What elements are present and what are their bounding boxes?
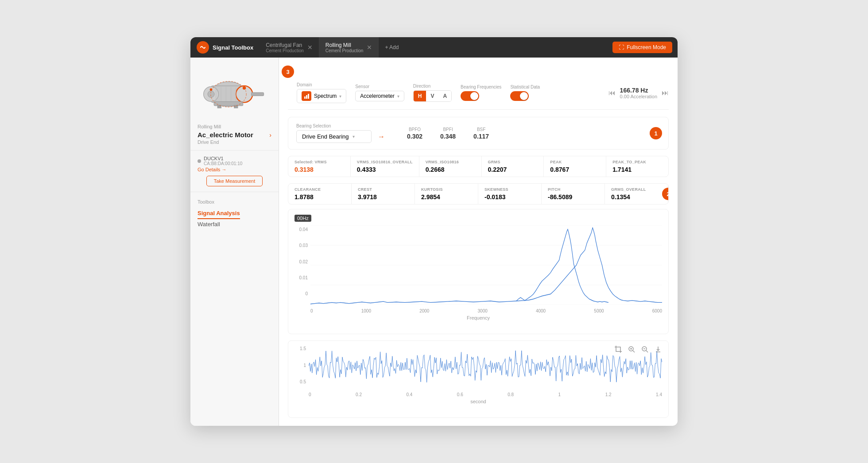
sensor-status-dot [198,159,201,163]
main-layout: Rolling Mill Ac_electric Motor › Drive E… [190,58,678,426]
toolbox-item-signal-analysis[interactable]: Signal Analysis [198,208,240,219]
top-controls: Domain Spectrum ▾ [288,82,669,110]
tab-centrifugal-fan[interactable]: Centrifugal Fan Cement Production ✕ [260,37,319,58]
stat-clearance: CLEARANCE 1.8788 [288,184,352,204]
sidebar: Rolling Mill Ac_electric Motor › Drive E… [190,58,279,426]
zoom-in-tool-button[interactable] [627,344,636,354]
crop-tool-button[interactable] [613,344,623,354]
svg-rect-19 [306,95,307,99]
toolbox-title: Toolbox [198,199,271,204]
bearing-freq-toggle[interactable] [461,91,479,101]
sensor-name: DUCKV1 [204,156,242,161]
freq-marker-label: 00Hz [294,215,311,222]
waveform-svg [309,344,662,389]
stats-row: Selected: VRMS 0.3138 VRMS_ISO10816_OVER… [288,156,669,177]
step-3-badge: 3 [282,66,294,78]
statistical-data-label: Statistical Data [510,85,540,89]
bsf-label: BSF [477,127,485,132]
stat-pitch: PITCH -86.5089 [542,184,605,204]
stat-toggle-knob [520,92,528,100]
waveform-x-ticks: 00.20.40.60.811.21.4 [309,390,662,397]
machine-chevron-icon[interactable]: › [269,131,271,139]
freq-display: ⏮ 166.78 Hz 0.00 Acceleration ⏭ [608,87,669,99]
direction-buttons: H V A [413,90,452,102]
toolbox-item-waterfall[interactable]: Waterfall [198,219,271,229]
title-bar: Signal Toolbox Centrifugal Fan Cement Pr… [190,37,678,58]
sensor-label: Sensor [355,84,404,89]
stat-grms-overall: GRMS_OVERALL 0.1354 [605,184,668,204]
freq-value: 166.78 Hz [620,87,657,94]
download-tool-button[interactable] [653,344,663,354]
stat-grms: GRMS 0.2207 [482,156,544,177]
freq-sub: 0.00 Acceleration [620,94,657,99]
take-measurement-button[interactable]: Take Measurement [206,176,263,186]
stat-crest: CREST 3.9718 [352,184,415,204]
svg-rect-20 [308,94,309,99]
statistical-data-toggle-group: Statistical Data [510,85,540,101]
svg-rect-18 [304,96,306,99]
bpfi-item: BPFI 0.348 [440,127,456,140]
spectrum-x-label: Frequency [294,315,662,320]
machine-name-row: Ac_electric Motor › [198,131,271,139]
domain-control: Domain Spectrum ▾ [297,82,346,103]
direction-a-button[interactable]: A [438,91,451,101]
tab-rolling-mill[interactable]: Rolling Mill Cement Production ✕ [319,37,379,58]
tabs-area: Centrifugal Fan Cement Production ✕ Roll… [260,37,612,58]
sensor-mac: CA:B8:DA:00:01:10 [204,161,242,166]
spectrum-x-ticks: 0100020003000400050006000 [310,307,662,313]
stat-vrms-iso: VRMS_ISO10816 0.2668 [419,156,482,177]
spectrum-svg [310,225,662,305]
machine-location: Drive End [198,139,271,145]
stat-kurtosis: KURTOSIS 2.9854 [415,184,478,204]
step-1-badge: 1 [650,127,662,139]
bearing-freq-toggle-group: Bearing Frequencies [461,85,501,101]
go-details-link[interactable]: Go Details → [198,167,271,172]
logo-area: Signal Toolbox [190,41,260,54]
bearing-col: Bearing Selection Drive End Bearing ▾ → [296,123,385,143]
freq-prev-icon[interactable]: ⏮ [608,89,616,97]
svg-rect-4 [251,93,264,96]
tab-add-button[interactable]: + Add [379,37,405,58]
fullscreen-button[interactable]: ⛶ Fullscreen Mode [612,42,672,53]
zoom-out-tool-button[interactable] [640,344,650,354]
tab-close-2-icon[interactable]: ✕ [367,44,372,50]
bsf-value: 0.117 [473,133,489,140]
toggle-knob [470,92,478,100]
domain-select[interactable]: Spectrum ▾ [297,89,346,103]
waveform-y-axis: 1.5 1 0.5 [294,344,306,384]
content-area: 3 Domain Spectrum [279,58,678,426]
tab-close-icon[interactable]: ✕ [307,44,313,50]
freq-next-icon[interactable]: ⏭ [662,89,669,97]
svg-line-34 [633,351,635,352]
stat-skewness: SKEWNESS -0.0183 [478,184,542,204]
bearing-arrow-icon: → [378,133,385,141]
fullscreen-icon: ⛶ [619,44,624,50]
motor-illustration [202,70,268,114]
logo-icon [197,41,209,54]
statistical-data-toggle[interactable] [510,91,529,101]
bpf-group: BPFO 0.302 BPFI 0.348 BSF 0.117 [407,127,489,140]
machine-info: Rolling Mill Ac_electric Motor › Drive E… [190,124,279,150]
domain-chevron-icon: ▾ [339,94,341,99]
waveform-chart-container: 1.5 1 0.5 00.20.40.60.811.21.4 [288,340,669,418]
stat-peak: PEAK 0.8767 [544,156,606,177]
direction-h-button[interactable]: H [414,91,426,101]
machine-category: Rolling Mill [198,124,271,129]
sensor-row: DUCKV1 CA:B8:DA:00:01:10 Go Details → Ta… [190,150,279,192]
app-window: Signal Toolbox Centrifugal Fan Cement Pr… [190,37,678,426]
app-title: Signal Toolbox [213,44,253,51]
bearing-select[interactable]: Drive End Bearing ▾ [296,130,372,143]
spectrum-y-axis: 0.04 0.03 0.02 0.01 0 [294,225,308,296]
bearing-select-chevron-icon: ▾ [353,134,355,139]
sensor-control: Sensor Accelerometer ▾ [355,84,404,101]
stat-selected-vrms: Selected: VRMS 0.3138 [288,156,351,177]
direction-label: Direction [413,84,452,89]
domain-icon [302,91,311,101]
chart-toolbar [613,344,663,354]
toolbox-section: Toolbox Signal Analysis Waterfall [190,192,279,232]
svg-line-37 [646,351,648,352]
direction-v-button[interactable]: V [426,91,438,101]
bearing-label: Bearing Selection [296,123,385,128]
take-measurement-area: Take Measurement [198,176,271,186]
sensor-select[interactable]: Accelerometer ▾ [355,91,404,101]
